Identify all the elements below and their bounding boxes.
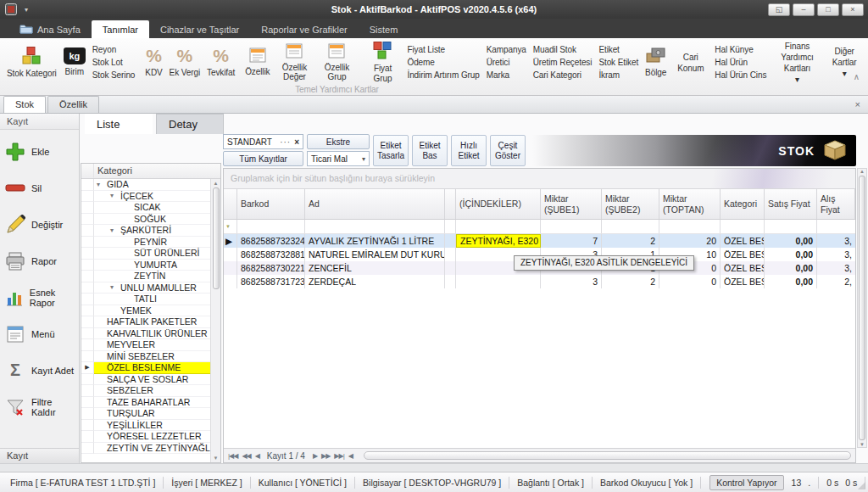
sidebar-footer-kayit[interactable]: Kayıt: [0, 448, 79, 463]
sil-button[interactable]: Sil: [0, 170, 79, 206]
column-header[interactable]: (İÇİNDEKİLER): [456, 189, 541, 219]
tree-item[interactable]: SÜT ÜRÜNLERİ: [81, 248, 210, 260]
cari-konum-button[interactable]: Cari Konum: [670, 41, 711, 84]
kampanya-link[interactable]: Kampanya: [487, 45, 526, 54]
marka-link[interactable]: Marka: [487, 70, 526, 80]
column-header[interactable]: Miktar (TOPTAN): [659, 189, 721, 219]
filtre-kaldir-button[interactable]: Filtre Kaldır: [0, 389, 79, 425]
reyon-link[interactable]: Reyon: [92, 45, 136, 54]
ribbon-tab-tanimlar[interactable]: Tanımlar: [92, 20, 149, 38]
scroll-up-icon[interactable]: ▲: [214, 181, 219, 186]
ribbon-tab-raporlar[interactable]: Raporlar ve Grafikler: [250, 20, 358, 38]
muadil-stok-link[interactable]: Muadil Stok: [533, 45, 593, 54]
ekle-button[interactable]: Ekle: [0, 133, 79, 170]
pager-last-icon[interactable]: ▶▶|: [334, 452, 343, 460]
tree-item[interactable]: YEŞİLLİKLER: [81, 420, 210, 432]
kayit-adet-button[interactable]: Σ Kayıt Adet: [0, 352, 79, 389]
ribbon-tab-sistem[interactable]: Sistem: [359, 20, 409, 38]
menu-button[interactable]: Menü: [0, 316, 79, 352]
scroll-down-icon[interactable]: ▼: [860, 442, 865, 447]
tree-item[interactable]: MİNİ SEBZELER: [81, 351, 210, 363]
ozellik-grup-button[interactable]: Özellik Grup: [315, 41, 358, 84]
tevkifat-button[interactable]: % Tevkifat: [203, 41, 238, 84]
tree-item[interactable]: SOĞUK: [81, 214, 210, 226]
stok-etiket-link[interactable]: Stok Etiket: [598, 58, 638, 67]
hizli-etiket-button[interactable]: Hızlı Etiket: [451, 135, 487, 166]
scroll-down-icon[interactable]: ▼: [214, 456, 219, 461]
ribbon-collapse-icon[interactable]: ∧: [854, 72, 860, 81]
fiyat-liste-link[interactable]: Fiyat Liste: [407, 45, 479, 54]
pager-prev-icon[interactable]: ◀: [255, 452, 259, 460]
column-header[interactable]: Miktar (ŞUBE1): [541, 189, 602, 219]
cesit-goster-button[interactable]: Çeşit Göster: [490, 135, 526, 166]
maximize-icon[interactable]: □: [817, 3, 839, 16]
more-icon[interactable]: ···: [280, 137, 291, 147]
tree-item[interactable]: SICAK: [81, 202, 210, 214]
tree-item[interactable]: YUMURTA: [81, 260, 210, 271]
stok-lot-link[interactable]: Stok Lot: [92, 58, 136, 67]
app-icon[interactable]: [5, 3, 17, 15]
column-header[interactable]: Kategori: [721, 189, 765, 219]
bolge-button[interactable]: Bölge: [642, 41, 670, 84]
statusbar-button[interactable]: Kontrol Yapıyor: [709, 475, 783, 490]
ribbon-tab-cihazlar[interactable]: Cihazlar ve Taşıtlar: [149, 20, 250, 38]
etiket-bas-button[interactable]: Etiket Bas: [412, 135, 448, 166]
quick-access-dropdown-icon[interactable]: ▾: [25, 6, 28, 14]
pager-prev-page-icon[interactable]: ◀◀: [242, 452, 250, 460]
tree-scrollbar[interactable]: ▲ ▼: [210, 179, 220, 462]
filter-cell[interactable]: [541, 220, 602, 233]
tab-detay[interactable]: Detay: [156, 114, 224, 134]
layout-close-icon[interactable]: ×: [294, 137, 299, 147]
ekstre-button[interactable]: Ekstre: [307, 134, 370, 149]
tree-item[interactable]: SEBZELER: [81, 385, 210, 397]
filter-cell[interactable]: [721, 220, 765, 233]
ozellik-button[interactable]: Özellik: [242, 41, 273, 84]
tree-item[interactable]: TATLI: [81, 294, 210, 305]
column-header[interactable]: Miktar (ŞUBE2): [602, 189, 659, 219]
tree-item[interactable]: ▾UNLU MAMULLER: [81, 282, 210, 294]
indirim-artirim-grup-link[interactable]: İndirim Artırım Grup: [407, 70, 479, 80]
filter-cell[interactable]: [659, 220, 721, 233]
tree-item[interactable]: YEMEK: [81, 305, 210, 317]
filter-cell[interactable]: [602, 220, 659, 233]
hal-kunye-link[interactable]: Hal Künye: [715, 45, 766, 54]
etiket-link[interactable]: Etiket: [598, 45, 638, 54]
grid-vertical-scrollbar[interactable]: ▲ ▼: [857, 168, 867, 448]
tree-item[interactable]: SALÇA VE SOSLAR: [81, 374, 210, 386]
hal-urun-cins-link[interactable]: Hal Ürün Cins: [715, 70, 766, 80]
ek-vergi-button[interactable]: % Ek Vergi: [166, 41, 203, 84]
filter-cell[interactable]: [305, 220, 445, 233]
tree-item[interactable]: ▶ÖZEL BESLENME: [81, 362, 210, 374]
tree-item[interactable]: PEYNİR: [81, 237, 210, 249]
tab-ozellik[interactable]: Özellik: [47, 96, 99, 113]
tree-expander-icon[interactable]: ▾: [97, 181, 107, 188]
esnek-rapor-button[interactable]: Esnek Rapor: [0, 279, 79, 316]
hal-urun-link[interactable]: Hal Ürün: [715, 58, 766, 67]
stok-serino-link[interactable]: Stok Serino: [92, 70, 136, 80]
tree-item[interactable]: KAHVALTILIK ÜRÜNLER: [81, 328, 210, 340]
document-close-icon[interactable]: ×: [855, 99, 860, 109]
tree-item[interactable]: HAFTALIK PAKETLER: [81, 316, 210, 328]
table-row[interactable]: ▶8682588732324AYVALIK ZEYTİNYAĞI 1 LİTRE…: [224, 234, 855, 248]
filter-cell[interactable]: [445, 220, 456, 233]
tree-item[interactable]: TURŞULAR: [81, 408, 210, 420]
pager-next-page-icon[interactable]: ▶▶: [321, 452, 330, 460]
layout-selector[interactable]: STANDART ··· ×: [223, 134, 303, 149]
pager-next-icon[interactable]: ▶: [313, 452, 317, 460]
tree-item[interactable]: TAZE BAHARATLAR: [81, 397, 210, 409]
close-icon[interactable]: ×: [842, 3, 864, 16]
filter-cell[interactable]: [817, 220, 855, 233]
table-row[interactable]: 8682588731723ZERDEÇAL320ÖZEL BES...0,002…: [224, 275, 855, 288]
tab-liste[interactable]: Liste: [85, 114, 153, 134]
ribbon-tab-ana-sayfa[interactable]: Ana Sayfa: [8, 20, 92, 38]
filter-cell[interactable]: [765, 220, 817, 233]
uretici-link[interactable]: Üretici: [487, 58, 526, 67]
kdv-button[interactable]: % KDV: [142, 41, 165, 84]
fit-window-icon[interactable]: ◱: [768, 3, 790, 16]
scroll-up-icon[interactable]: ▲: [860, 169, 865, 174]
column-header[interactable]: Barkod: [237, 189, 305, 219]
horizontal-scrollbar[interactable]: [364, 451, 851, 460]
column-header[interactable]: Satış Fiyat: [765, 189, 817, 219]
tree-item[interactable]: YÖRESEL LEZZETLER: [81, 431, 210, 443]
column-header[interactable]: Alış Fiyat: [817, 189, 855, 219]
